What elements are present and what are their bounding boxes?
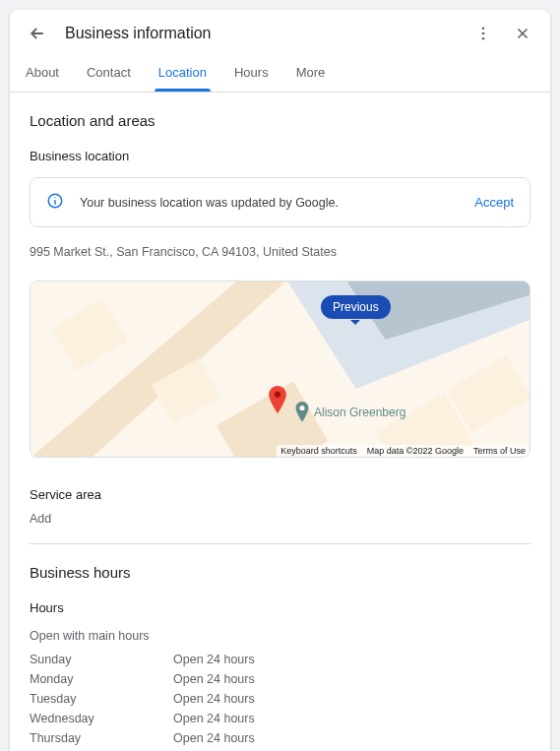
more-options-button[interactable] xyxy=(471,22,495,45)
hours-row: Tuesday Open 24 hours xyxy=(30,692,530,706)
close-icon xyxy=(514,25,531,42)
hours-day: Tuesday xyxy=(30,692,173,706)
business-address: 995 Market St., San Francisco, CA 94103,… xyxy=(30,245,530,259)
map-copyright: Map data ©2022 Google xyxy=(367,446,464,456)
tab-hours[interactable]: Hours xyxy=(234,53,269,92)
hours-day: Sunday xyxy=(30,653,173,666)
hours-row: Wednesday Open 24 hours xyxy=(30,712,530,725)
update-notice: Your business location was updated by Go… xyxy=(30,177,530,227)
tab-contact[interactable]: Contact xyxy=(87,53,131,92)
hours-status: Open with main hours xyxy=(30,629,530,643)
map-tiles xyxy=(31,282,529,457)
service-area-section: Service area Add xyxy=(30,487,530,544)
hours-value: Open 24 hours xyxy=(173,692,255,706)
hours-day: Wednesday xyxy=(30,712,173,725)
back-button[interactable] xyxy=(26,22,49,45)
tab-bar: About Contact Location Hours More xyxy=(10,53,550,93)
business-hours-title: Business hours xyxy=(30,564,530,581)
tab-location[interactable]: Location xyxy=(158,53,207,92)
location-section-title: Location and areas xyxy=(30,112,530,129)
hours-day: Thursday xyxy=(30,731,173,745)
hours-row: Thursday Open 24 hours xyxy=(30,731,530,745)
svg-point-0 xyxy=(482,27,485,30)
hours-day: Monday xyxy=(30,672,173,686)
business-location-label: Business location xyxy=(30,149,530,163)
map-keyboard-shortcuts[interactable]: Keyboard shortcuts xyxy=(280,446,357,456)
hours-label: Hours xyxy=(30,600,530,615)
hours-row: Sunday Open 24 hours xyxy=(30,653,530,666)
poi-label: Alison Greenberg xyxy=(314,406,405,419)
tab-more[interactable]: More xyxy=(296,53,326,92)
tab-about[interactable]: About xyxy=(26,53,59,92)
svg-point-14 xyxy=(275,392,280,398)
svg-point-1 xyxy=(482,32,485,35)
update-message: Your business location was updated by Go… xyxy=(80,196,459,210)
hours-value: Open 24 hours xyxy=(173,731,255,745)
accept-button[interactable]: Accept xyxy=(474,195,514,210)
business-info-panel: Business information About Contact Locat… xyxy=(10,10,550,751)
svg-point-15 xyxy=(299,406,304,410)
hours-value: Open 24 hours xyxy=(173,672,255,686)
map-attribution: Keyboard shortcuts Map data ©2022 Google… xyxy=(277,445,529,457)
map-pin-teal-icon xyxy=(294,402,310,423)
arrow-left-icon xyxy=(28,24,47,43)
map[interactable]: Previous Alison Greenberg Keyboard short… xyxy=(30,281,530,458)
hours-table: Sunday Open 24 hours Monday Open 24 hour… xyxy=(30,653,530,751)
business-hours-section: Business hours Hours Open with main hour… xyxy=(30,564,530,751)
info-icon xyxy=(46,192,64,213)
svg-point-2 xyxy=(482,37,485,40)
hours-value: Open 24 hours xyxy=(173,653,255,666)
hours-value: Open 24 hours xyxy=(173,712,255,725)
panel-title: Business information xyxy=(65,25,456,42)
add-service-area-button[interactable]: Add xyxy=(30,512,530,526)
kebab-icon xyxy=(474,25,492,42)
content-area: Location and areas Business location You… xyxy=(10,93,550,751)
current-location-pin[interactable] xyxy=(267,386,288,419)
close-button[interactable] xyxy=(511,22,534,45)
hours-row: Monday Open 24 hours xyxy=(30,672,530,686)
previous-location-bubble[interactable]: Previous xyxy=(321,295,391,319)
service-area-label: Service area xyxy=(30,487,530,502)
panel-header: Business information xyxy=(10,10,550,53)
svg-point-5 xyxy=(54,197,55,198)
poi-pin[interactable] xyxy=(294,402,310,427)
map-pin-red-icon xyxy=(267,386,288,415)
map-terms[interactable]: Terms of Use xyxy=(473,446,526,456)
